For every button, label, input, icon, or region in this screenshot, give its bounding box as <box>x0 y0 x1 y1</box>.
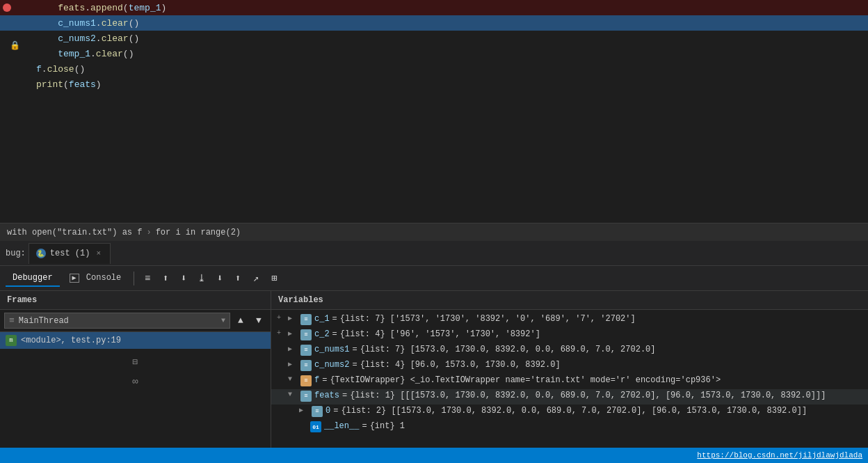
bug-label: bug: <box>6 249 26 258</box>
frame-up-btn[interactable]: ▲ <box>233 313 248 329</box>
code-line: 🔒 c_nums2.clear() <box>0 31 868 46</box>
var-name-cnums1: c_nums1 <box>314 345 349 354</box>
var-icon-cnums2: ≡ <box>300 360 312 371</box>
var-val-c2: {list: 4} ['96', '1573', '1730', '8392'] <box>340 329 862 339</box>
frame-text: <module>, test.py:19 <box>21 336 121 345</box>
var-row-feats[interactable]: ▼ ≡ feats = {list: 1} [[[1573.0, 1730.0,… <box>271 389 868 405</box>
side-icon-1[interactable]: ⊟ <box>128 354 143 370</box>
var-eq-feats: = <box>342 391 347 400</box>
var-eq-c1: = <box>332 314 337 324</box>
var-row-feats-len[interactable]: 01 __len__ = {int} 1 <box>271 420 868 435</box>
var-val-f: {TextIOWrapper} <_io.TextIOWrapper name=… <box>330 375 862 385</box>
toolbar-step-into-btn[interactable]: ⤓ <box>194 271 209 286</box>
var-eq-f: = <box>322 375 327 385</box>
var-eq-cnums2: = <box>352 360 357 370</box>
var-expand-cnums1: ▶ <box>288 345 299 353</box>
code-editor: feats.append(temp_1) c_nums1.clear() 🔒 c… <box>0 0 868 223</box>
var-plus-c2: + <box>277 329 288 337</box>
code-line: temp_1.clear() <box>0 46 868 61</box>
debug-toolbar: Debugger ▶ Console ≡ ⬆ ⬇ ⤓ ⬇ ⬆ ↗ ⊞ <box>0 266 868 291</box>
var-val-feats-0: {list: 2} [[1573.0, 1730.0, 8392.0, 0.0,… <box>341 406 862 416</box>
toolbar-list-btn[interactable]: ≡ <box>140 271 155 286</box>
var-eq-feats-len: = <box>362 421 367 431</box>
toolbar-separator <box>134 272 134 285</box>
var-row-feats-0[interactable]: ▶ ≡ 0 = {list: 2} [[1573.0, 1730.0, 8392… <box>271 405 868 420</box>
code-empty-space <box>0 92 868 189</box>
frames-panel: Frames ≡ MainThread ▼ ▲ ▼ m <module>, te… <box>0 291 271 463</box>
variables-panel: Variables + ▶ ≡ c_1 = {list: 7} ['1573',… <box>271 291 868 463</box>
var-row-c1[interactable]: + ▶ ≡ c_1 = {list: 7} ['1573', '1730', '… <box>271 313 868 328</box>
breadcrumb-part1: with open("train.txt") as f <box>7 228 142 237</box>
debug-tab[interactable]: 🐍 test (1) × <box>29 243 111 264</box>
frame-icon: m <box>6 335 17 346</box>
console-icon: ▶ <box>70 274 79 283</box>
toolbar-up-btn[interactable]: ⬆ <box>158 271 173 286</box>
code-line-breakpoint: feats.append(temp_1) <box>0 0 868 15</box>
frames-header: Frames <box>0 291 271 310</box>
var-expand-f: ▼ <box>288 375 299 383</box>
breakpoint-dot <box>3 3 11 12</box>
tab-label: test (1) <box>50 249 90 258</box>
line-content: c_nums2.clear() <box>33 33 868 44</box>
var-name-c2: c_2 <box>314 329 330 339</box>
frame-down-btn[interactable]: ▼ <box>251 313 266 329</box>
toolbar-down-btn[interactable]: ⬇ <box>176 271 191 286</box>
var-name-f: f <box>314 375 319 385</box>
thread-label: MainThread <box>19 316 69 326</box>
variables-list: + ▶ ≡ c_1 = {list: 7} ['1573', '1730', '… <box>271 310 868 463</box>
code-line: print(feats) <box>0 77 868 92</box>
var-eq-c2: = <box>332 329 337 339</box>
python-icon: 🐍 <box>36 249 46 258</box>
var-name-feats: feats <box>314 391 339 400</box>
var-row-cnums1[interactable]: ▶ ≡ c_nums1 = {list: 7} [1573.0, 1730.0,… <box>271 343 868 359</box>
var-row-cnums2[interactable]: ▶ ≡ c_nums2 = {list: 4} [96.0, 1573.0, 1… <box>271 359 868 374</box>
tab-console[interactable]: ▶ Console <box>63 270 129 287</box>
toolbar-step-over-btn[interactable]: ⬆ <box>230 271 246 286</box>
var-val-cnums2: {list: 4} [96.0, 1573.0, 1730.0, 8392.0] <box>360 360 862 370</box>
toolbar-run-btn[interactable]: ↗ <box>248 271 264 286</box>
tab-bar: bug: 🐍 test (1) × <box>0 241 868 266</box>
var-icon-cnums1: ≡ <box>300 345 312 356</box>
var-icon-feats-0: ≡ <box>312 406 323 417</box>
thread-icon: ≡ <box>9 315 15 326</box>
var-plus-c1: + <box>277 314 288 322</box>
var-name-c1: c_1 <box>314 314 330 324</box>
side-icon-2[interactable]: ∞ <box>128 374 143 389</box>
var-icon-feats-len: 01 <box>310 421 321 432</box>
var-expand-cnums2: ▶ <box>288 360 299 368</box>
breadcrumb-part2: for i in range(2) <box>156 228 241 237</box>
var-name-feats-0: 0 <box>326 406 330 416</box>
line-content: temp_1.clear() <box>33 49 868 59</box>
breadcrumb-sep: › <box>146 228 151 237</box>
toolbar-grid-btn[interactable]: ⊞ <box>266 271 282 286</box>
var-val-feats-len: {int} 1 <box>370 421 862 431</box>
tab-close-button[interactable]: × <box>94 249 103 258</box>
var-icon-c2: ≡ <box>300 329 312 340</box>
var-expand-c2: ▶ <box>288 329 299 338</box>
var-icon-feats: ≡ <box>300 391 312 402</box>
tab-debugger[interactable]: Debugger <box>6 270 60 287</box>
var-expand-feats-0: ▶ <box>299 406 310 414</box>
var-name-feats-len: __len__ <box>324 421 359 431</box>
var-expand-feats: ▼ <box>288 391 299 398</box>
variables-header: Variables <box>271 291 868 310</box>
var-row-f[interactable]: ▼ ≡ f = {TextIOWrapper} <_io.TextIOWrapp… <box>271 374 868 389</box>
line-content: feats.append(temp_1) <box>33 3 868 13</box>
code-line-current: c_nums1.clear() <box>0 15 868 31</box>
frame-item[interactable]: m <module>, test.py:19 <box>0 332 271 349</box>
var-row-c2[interactable]: + ▶ ≡ c_2 = {list: 4} ['96', '1573', '17… <box>271 328 868 343</box>
code-line: f.close() <box>0 61 868 77</box>
debugger-main: Frames ≡ MainThread ▼ ▲ ▼ m <module>, te… <box>0 291 868 463</box>
status-link[interactable]: https://blog.csdn.net/jiljdlawjdlada <box>697 451 862 460</box>
thread-selector[interactable]: ≡ MainThread ▼ <box>4 313 230 329</box>
var-eq-cnums1: = <box>352 345 357 354</box>
line-content: print(feats) <box>33 79 868 90</box>
var-expand-c1: ▶ <box>288 314 299 322</box>
console-label: Console <box>86 273 121 283</box>
var-icon-f: ≡ <box>300 375 312 386</box>
var-eq-feats-0: = <box>333 406 338 416</box>
toolbar-step-out-btn[interactable]: ⬇ <box>212 271 227 286</box>
var-icon-c1: ≡ <box>300 314 312 325</box>
side-icons: ⊟ ∞ <box>0 349 271 389</box>
status-bar: https://blog.csdn.net/jiljdlawjdlada <box>0 448 868 463</box>
